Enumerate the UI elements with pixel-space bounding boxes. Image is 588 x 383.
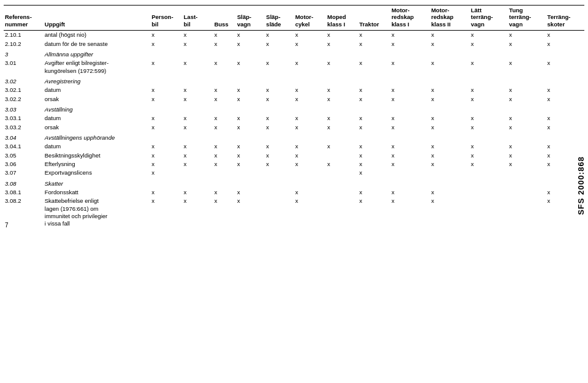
ref-cell: 3.06 xyxy=(4,160,44,169)
data-cell: x xyxy=(358,142,390,151)
data-cell xyxy=(508,48,546,59)
data-cell: x xyxy=(390,123,430,132)
uppgift-cell: Skattebefrielse enligtlagen (1976:661) o… xyxy=(44,197,150,228)
data-cell: x xyxy=(294,95,326,104)
data-cell xyxy=(236,75,265,86)
data-cell: x xyxy=(265,95,294,104)
data-cell xyxy=(183,104,213,114)
data-cell: x xyxy=(236,40,265,48)
data-cell: x xyxy=(150,142,182,151)
data-cell xyxy=(326,151,358,160)
data-cell xyxy=(390,104,430,114)
data-cell: x xyxy=(265,142,294,151)
data-cell xyxy=(326,188,358,197)
ref-cell: 3.01 xyxy=(4,59,44,75)
data-cell xyxy=(294,169,326,177)
data-cell: x xyxy=(430,142,470,151)
data-cell: x xyxy=(236,151,265,160)
data-cell: x xyxy=(470,40,508,48)
data-cell: x xyxy=(150,114,182,123)
data-cell: x xyxy=(390,142,430,151)
data-cell: x xyxy=(213,160,235,169)
data-cell: x xyxy=(470,151,508,160)
data-cell xyxy=(326,75,358,86)
data-cell xyxy=(546,132,584,142)
col-header-lastbil: Last-bil xyxy=(183,6,213,31)
data-cell: x xyxy=(183,151,213,160)
data-cell xyxy=(150,132,182,142)
data-cell: x xyxy=(236,123,265,132)
data-cell: x xyxy=(390,114,430,123)
data-cell: x xyxy=(358,197,390,228)
data-cell: x xyxy=(213,188,235,197)
data-cell xyxy=(326,48,358,59)
data-cell: x xyxy=(430,123,470,132)
data-cell: x xyxy=(470,123,508,132)
data-cell xyxy=(183,169,213,177)
data-cell: x xyxy=(508,95,546,104)
table-row: 3.02.2orsakxxxxxxxxxxxxx xyxy=(4,95,584,104)
data-cell xyxy=(213,132,235,142)
data-cell xyxy=(470,48,508,59)
data-cell: x xyxy=(294,114,326,123)
data-cell xyxy=(236,169,265,177)
uppgift-cell: Avregistrering xyxy=(44,75,150,86)
data-cell xyxy=(213,169,235,177)
data-cell xyxy=(294,48,326,59)
table-row: 3Allmänna uppgifter xyxy=(4,48,584,59)
data-cell xyxy=(390,48,430,59)
ref-cell: 3.05 xyxy=(4,151,44,160)
data-cell xyxy=(150,178,182,188)
data-cell xyxy=(430,178,470,188)
data-cell xyxy=(470,178,508,188)
data-cell: x xyxy=(358,40,390,48)
data-cell xyxy=(183,75,213,86)
ref-cell: 3.04 xyxy=(4,132,44,142)
data-cell: x xyxy=(358,95,390,104)
data-cell: x xyxy=(430,151,470,160)
ref-cell: 3.07 xyxy=(4,169,44,177)
table-row: 3.04.1datumxxxxxxxxxxxxx xyxy=(4,142,584,151)
data-cell: x xyxy=(326,59,358,75)
data-cell xyxy=(326,104,358,114)
uppgift-cell: Fordonsskatt xyxy=(44,188,150,197)
data-cell: x xyxy=(236,114,265,123)
col-header-motorredskap1: Motor-redskapklass I xyxy=(390,6,430,31)
ref-cell: 2.10.2 xyxy=(4,40,44,48)
data-cell xyxy=(183,48,213,59)
data-cell: x xyxy=(390,188,430,197)
col-header-ref: Referens-nummer xyxy=(4,6,44,31)
data-cell: x xyxy=(213,59,235,75)
data-cell: x xyxy=(470,86,508,94)
data-cell: x xyxy=(183,123,213,132)
data-cell xyxy=(430,104,470,114)
uppgift-cell: orsak xyxy=(44,123,150,132)
data-cell xyxy=(265,75,294,86)
data-cell: x xyxy=(358,160,390,169)
uppgift-cell: orsak xyxy=(44,95,150,104)
data-cell xyxy=(236,132,265,142)
data-cell: x xyxy=(358,31,390,40)
table-row: 3.03Avställning xyxy=(4,104,584,114)
data-cell xyxy=(508,178,546,188)
data-cell xyxy=(294,132,326,142)
uppgift-cell: datum xyxy=(44,114,150,123)
uppgift-cell: Avställningens upphörande xyxy=(44,132,150,142)
data-cell: x xyxy=(213,151,235,160)
col-header-terrangskoter: Terräng-skoter xyxy=(546,6,584,31)
data-cell xyxy=(294,104,326,114)
data-cell: x xyxy=(546,40,584,48)
uppgift-cell: antal (högst nio) xyxy=(44,31,150,40)
data-cell: x xyxy=(430,95,470,104)
data-cell: x xyxy=(236,188,265,197)
data-cell: x xyxy=(150,123,182,132)
data-cell xyxy=(213,48,235,59)
col-header-buss: Buss xyxy=(213,6,235,31)
data-cell: x xyxy=(546,123,584,132)
ref-cell: 3.08 xyxy=(4,178,44,188)
data-cell: x xyxy=(236,197,265,228)
col-header-motorredskap2: Motor-redskapklass II xyxy=(430,6,470,31)
data-cell: x xyxy=(183,142,213,151)
data-cell xyxy=(326,132,358,142)
data-cell: x xyxy=(508,40,546,48)
